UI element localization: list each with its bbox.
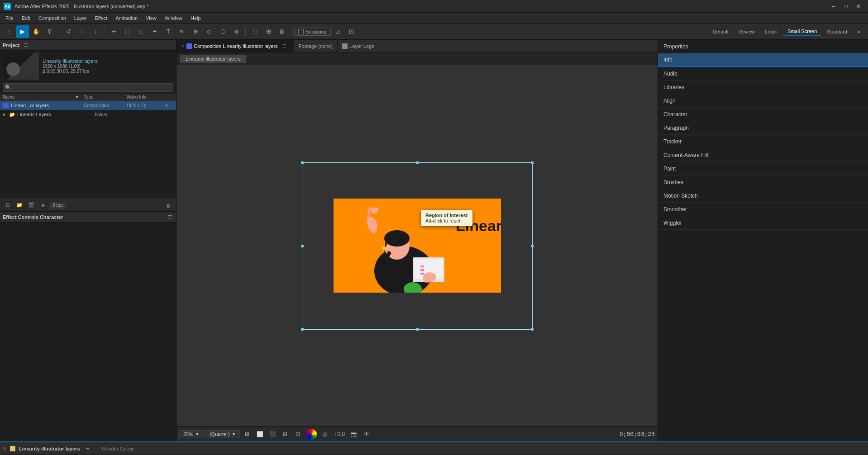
menu-item-layer[interactable]: Layer (71, 14, 91, 22)
handle-br[interactable] (531, 328, 534, 331)
quality-selector[interactable]: (Quarter) ▼ (205, 430, 240, 438)
show-snapshot-button[interactable]: 👁 (361, 429, 372, 440)
right-panel-item-wiggler[interactable]: Wiggler (658, 216, 868, 230)
close-button[interactable]: ✕ (853, 1, 864, 11)
eraser-tool[interactable]: ◇ (203, 25, 215, 38)
maximize-button[interactable]: □ (840, 1, 852, 11)
viewer-safe-zones[interactable]: ⬛ (267, 429, 278, 440)
viewer-area[interactable]: Linearity (176, 65, 658, 426)
workspace-learn[interactable]: Learn (760, 28, 782, 35)
viewer-toggle-transparency[interactable]: ⊞ (242, 429, 253, 440)
motion-sketch-tool[interactable]: ◌ (248, 25, 261, 38)
handle-tl[interactable] (301, 161, 304, 164)
rect-select-tool[interactable]: ⬚ (121, 25, 134, 38)
menu-item-composition[interactable]: Composition (35, 14, 70, 22)
right-panel-item-motion-sketch[interactable]: Motion Sketch (658, 189, 868, 203)
zoom-tool[interactable]: ⚲ (43, 25, 56, 38)
timeline-menu-button[interactable]: ☰ (86, 446, 90, 451)
menu-item-help[interactable]: Help (187, 14, 205, 22)
align-layers-tool[interactable]: ⊿ (332, 25, 344, 38)
handle-bl[interactable] (301, 328, 304, 331)
handle-mr[interactable] (531, 245, 534, 247)
right-panel-item-smoother[interactable]: Smoother (658, 203, 868, 216)
menu-item-effect[interactable]: Effect (91, 14, 111, 22)
right-panel-item-info[interactable]: Info (658, 53, 868, 67)
flow-button[interactable]: ◈ (38, 200, 48, 210)
viewer-exposure[interactable]: ◎ (320, 429, 330, 440)
project-search-input[interactable] (13, 85, 171, 90)
expand-icon-2[interactable]: ▶ (3, 112, 7, 117)
home-tool[interactable]: ⌂ (3, 25, 15, 38)
comp-title-button[interactable]: Linearity illustrator layers (180, 55, 246, 63)
project-item-2[interactable]: ▶ 📁 Linearis Layers Folder (0, 110, 176, 119)
viewer-3d-grid[interactable]: ⊟ (280, 429, 291, 440)
right-panel-item-paragraph[interactable]: Paragraph (658, 121, 868, 135)
align-tool[interactable]: ⊞ (262, 25, 275, 38)
right-panel-item-libraries[interactable]: Libraries (658, 81, 868, 94)
menu-item-edit[interactable]: Edit (18, 14, 34, 22)
new-comp-button[interactable]: ⊞ (3, 200, 13, 210)
workspace-review[interactable]: Review (734, 28, 759, 35)
rotate-tool[interactable]: ↺ (62, 25, 75, 38)
right-panel-item-align[interactable]: Align (658, 94, 868, 108)
menu-item-view[interactable]: View (142, 14, 160, 22)
more-workspaces-button[interactable]: » (853, 25, 865, 38)
timeline-close-button[interactable]: ✕ (3, 446, 6, 451)
main-layout: Project ☰ Linearity illustrator layers 1… (0, 40, 868, 441)
right-panel-item-character[interactable]: Character (658, 108, 868, 121)
zoom-selector[interactable]: 25% ▼ (179, 430, 204, 438)
mask-rect-tool[interactable]: □ (135, 25, 148, 38)
clone-tool[interactable]: ⊕ (189, 25, 202, 38)
item-action-1[interactable]: ⊕ (164, 103, 173, 108)
handle-bm[interactable] (416, 328, 419, 331)
bpc-badge[interactable]: 8 bpc (50, 202, 66, 209)
effect-controls-menu[interactable]: ☰ (166, 213, 173, 221)
right-panel-item-tracker[interactable]: Tracker (658, 135, 868, 148)
pen-tool[interactable]: ✒ (148, 25, 161, 38)
menu-item-window[interactable]: Window (161, 14, 186, 22)
show-hide-tool[interactable]: ⊡ (345, 25, 358, 38)
hand-tool[interactable]: ✋ (30, 25, 43, 38)
roto-tool[interactable]: ⬡ (216, 25, 229, 38)
viewer-tab-comp[interactable]: ✕ Composition Linearity illustrator laye… (176, 40, 294, 52)
project-item-1[interactable]: Lineari...or layers Composition 1920 x .… (0, 101, 176, 110)
project-panel-menu[interactable]: ☰ (22, 42, 29, 49)
snapshot-button[interactable]: 📷 (348, 429, 359, 440)
move-down-tool[interactable]: ↓ (89, 25, 102, 38)
viewer-pixel-aspect[interactable]: ⬜ (254, 429, 265, 440)
menu-item-animation[interactable]: Animation (112, 14, 141, 22)
workspace-default[interactable]: Default (708, 28, 733, 35)
handle-tm[interactable] (416, 161, 419, 164)
distribute-tool[interactable]: ⊠ (276, 25, 288, 38)
comp-tab-close[interactable]: ✕ (181, 44, 185, 48)
comp-tab-menu[interactable]: ☰ (280, 43, 289, 48)
snapping-button[interactable]: Snapping (294, 28, 331, 36)
pencil-tool[interactable]: ✏ (176, 25, 188, 38)
right-panel-item-properties[interactable]: Properties (658, 40, 868, 53)
minimize-button[interactable]: – (827, 1, 839, 11)
move-up-tool[interactable]: ↑ (76, 25, 88, 38)
right-panel-item-brushes[interactable]: Brushes (658, 175, 868, 189)
viewer-tab-footage[interactable]: Footage (none) (294, 40, 338, 52)
viewer-tab-layer[interactable]: Layer Logo (338, 40, 379, 52)
footage-button[interactable]: 🎬 (26, 200, 36, 210)
right-panel-item-content-aware-fill[interactable]: Content-Aware Fill (658, 148, 868, 162)
workspace-small-screen[interactable]: Small Screen (783, 28, 821, 36)
delete-button[interactable]: 🗑 (163, 200, 173, 210)
text-tool[interactable]: T (162, 25, 175, 38)
workspace-standard[interactable]: Standard (822, 28, 852, 35)
menu-item-file[interactable]: File (2, 14, 17, 22)
select-tool[interactable]: ▶ (16, 25, 29, 38)
pin-tool[interactable]: ⊛ (230, 25, 243, 38)
render-queue-button[interactable]: Render Queue (99, 445, 138, 452)
undo-tool[interactable]: ↩ (108, 25, 120, 38)
viewer-region-interest[interactable]: ⊡ (292, 429, 303, 440)
handle-ml[interactable] (301, 245, 304, 247)
right-panel-item-paint[interactable]: Paint (658, 162, 868, 175)
right-panel-item-audio[interactable]: Audio (658, 67, 868, 81)
comp-name-link[interactable]: Linearity illustrator layers (43, 58, 98, 64)
color-picker-icon[interactable] (306, 429, 317, 440)
new-folder-button[interactable]: 📁 (14, 200, 24, 210)
handle-tr[interactable] (531, 161, 534, 164)
project-search[interactable]: 🔍 (3, 83, 173, 92)
